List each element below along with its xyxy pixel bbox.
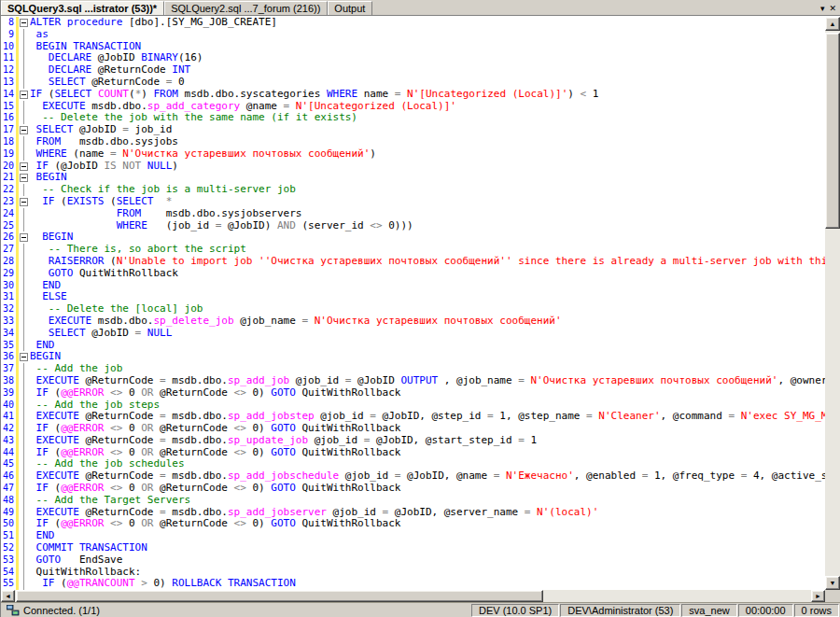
fold-guide-line [19,280,30,292]
fold-guide-line [19,530,30,542]
fold-collapse-icon[interactable] [19,124,30,136]
code-line[interactable]: 29 GOTO QuitWithRollback [1,268,825,280]
line-number: 46 [1,470,16,483]
fold-guide-line [19,256,30,268]
scroll-up-icon[interactable]: ▲ [825,17,840,31]
line-number: 17 [1,124,16,136]
line-number: 20 [1,161,16,173]
collapse-minus-icon[interactable] [20,91,28,99]
collapse-minus-icon[interactable] [20,19,28,27]
code-text: WHERE (job_id = @JobID) AND (server_id <… [30,220,413,232]
fold-collapse-icon[interactable] [19,196,30,208]
fold-guide-line [19,291,30,303]
fold-collapse-icon[interactable] [19,351,30,363]
collapse-minus-icon[interactable] [20,162,28,171]
line-number: 33 [1,316,16,328]
line-number: 44 [1,447,16,459]
code-line[interactable]: 8ALTER procedure [dbo].[SY_MG_JOB_CREATE… [1,17,825,29]
code-lines[interactable]: 8ALTER procedure [dbo].[SY_MG_JOB_CREATE… [1,17,825,590]
fold-guide-line [19,518,30,530]
fold-guide-line [19,458,30,470]
line-number: 19 [1,148,16,161]
h-scroll-thumb[interactable] [16,590,543,602]
collapse-minus-icon[interactable] [20,126,28,134]
horizontal-scrollbar[interactable]: ◄ ► [1,590,825,602]
close-icon[interactable]: ✕ [829,4,836,13]
fold-guide-line [19,77,30,89]
collapse-minus-icon[interactable] [20,198,28,206]
line-number: 35 [1,340,16,352]
scroll-right-icon[interactable]: ► [811,590,825,602]
line-number: 8 [1,17,16,29]
fold-guide-line [19,268,30,280]
collapse-minus-icon[interactable] [20,353,28,361]
line-number: 26 [1,231,16,244]
status-bar: Connected. (1/1) DEV (10.0 SP1)DEV\Admin… [1,602,840,617]
connection-icon [7,605,20,616]
code-line[interactable]: 52 COMMIT TRANSACTION [1,542,825,554]
fold-guide-line [19,148,30,161]
fold-guide-line [19,400,30,412]
tab-strip: SQLQuery3.sql ...istrator (53))*SQLQuery… [1,1,372,15]
status-panels: DEV (10.0 SP1)DEV\Administrator (53)sva_… [470,604,839,617]
line-number: 16 [1,112,16,124]
code-line[interactable]: 34 SELECT @JobID = NULL [1,328,825,340]
line-number: 36 [1,351,16,363]
tab-bar: SQLQuery3.sql ...istrator (53))*SQLQuery… [1,0,840,15]
line-number: 53 [1,554,16,567]
vertical-scrollbar[interactable]: ▲ ▼ [825,17,840,590]
fold-guide-line [19,387,30,400]
tab-list-menu-icon[interactable]: ▾ [820,4,825,13]
line-number: 48 [1,495,16,507]
scrollbar-corner [825,590,840,602]
line-number: 51 [1,530,16,542]
fold-guide-line [19,447,30,459]
line-number: 55 [1,578,16,590]
collapse-minus-icon[interactable] [20,233,28,242]
code-line[interactable]: 20 IF (@JobID IS NOT NULL) [1,161,825,173]
code-line[interactable]: 35 END [1,340,825,352]
line-number: 34 [1,328,16,340]
fold-guide-line [19,578,30,590]
collapse-minus-icon[interactable] [20,174,28,182]
code-line[interactable]: 55 IF (@@TRANCOUNT > 0) ROLLBACK TRANSAC… [1,578,825,590]
tab-output[interactable]: Output [328,1,372,15]
fold-guide-line [19,41,30,53]
fold-guide-line [19,375,30,387]
scroll-left-icon[interactable]: ◄ [1,590,15,602]
fold-guide-line [19,507,30,519]
fold-collapse-icon[interactable] [19,172,30,184]
code-line[interactable]: 25 WHERE (job_id = @JobID) AND (server_i… [1,220,825,232]
code-text: IF (@@TRANCOUNT > 0) ROLLBACK TRANSACTIO… [30,578,296,590]
fold-guide-line [19,435,30,447]
v-scroll-thumb[interactable] [825,33,840,229]
status-panel: DEV\Administrator (53) [560,604,680,617]
line-number: 25 [1,220,16,232]
line-number: 13 [1,77,16,89]
scroll-down-icon[interactable]: ▼ [825,576,840,590]
fold-guide-line [19,64,30,77]
tab-sqlquery3-sql-istrator-53[interactable]: SQLQuery3.sql ...istrator (53))* [1,1,164,15]
fold-collapse-icon[interactable] [19,231,30,244]
line-number: 42 [1,423,16,435]
fold-guide-line [19,567,30,579]
code-line[interactable]: 50 IF (@@ERROR <> 0 OR @ReturnCode <> 0)… [1,518,825,530]
line-number: 49 [1,507,16,519]
line-number: 30 [1,280,16,292]
line-number: 32 [1,303,16,316]
code-line[interactable]: 36BEGIN [1,351,825,363]
fold-collapse-icon[interactable] [19,161,30,173]
fold-collapse-icon[interactable] [19,17,30,29]
tab-sqlquery2-sql-7-forum-216[interactable]: SQLQuery2.sql ...7_forum (216)) [164,1,328,15]
fold-guide-line [19,29,30,41]
fold-guide-line [19,136,30,148]
fold-guide-line [19,52,30,64]
line-number: 9 [1,29,16,41]
fold-collapse-icon[interactable] [19,89,30,101]
code-line[interactable]: 30 END [1,280,825,292]
status-panel: 00:00:00 [738,604,793,617]
fold-guide-line [19,423,30,435]
code-text: IF (@@ERROR <> 0 OR @ReturnCode <> 0) GO… [30,518,400,530]
connection-status: Connected. (1/1) [1,605,470,616]
app-window: SQLQuery3.sql ...istrator (53))*SQLQuery… [0,0,840,617]
